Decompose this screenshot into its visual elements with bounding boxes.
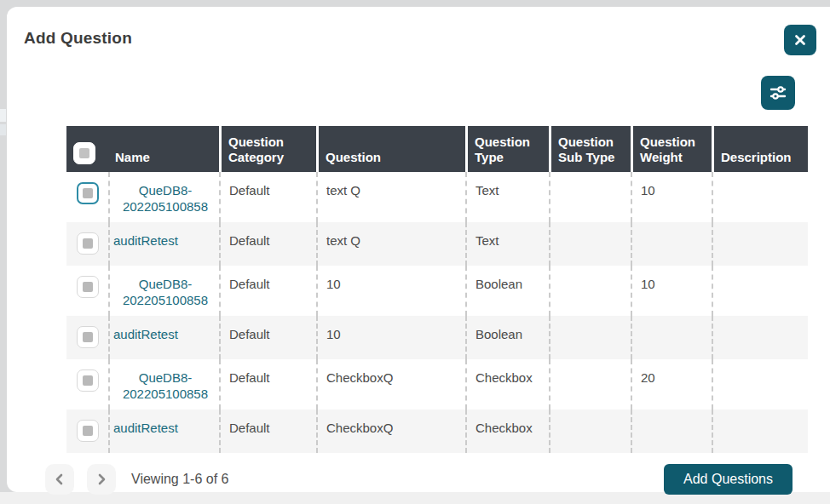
checkbox-indeterminate-mark xyxy=(83,188,93,198)
table-row: auditRetest Default text Q Text xyxy=(66,222,808,266)
cell-question-sub-type xyxy=(549,266,631,316)
cell-question: 10 xyxy=(316,266,465,316)
cell-question: CheckboxQ xyxy=(316,359,465,410)
questions-table: NameQuestion CategoryQuestionQuestion Ty… xyxy=(66,126,808,453)
checkbox-indeterminate-mark xyxy=(83,426,93,436)
checkbox-indeterminate-mark xyxy=(79,148,89,158)
cell-question: CheckboxQ xyxy=(316,410,465,453)
column-header-name: Name xyxy=(108,126,219,172)
column-header-question-category: Question Category xyxy=(219,126,316,172)
checkbox-indeterminate-mark xyxy=(83,332,93,342)
cell-description xyxy=(712,410,808,453)
pagination-next-button[interactable] xyxy=(87,464,116,495)
row-checkbox-cell xyxy=(66,266,108,316)
question-name-link[interactable]: auditRetest xyxy=(113,232,178,249)
pagination-prev-button[interactable] xyxy=(45,464,74,495)
column-header-label: Question Type xyxy=(475,135,544,165)
cell-name: auditRetest xyxy=(108,316,219,359)
row-checkbox-cell xyxy=(66,359,108,410)
row-checkbox-cell xyxy=(66,316,108,359)
chevron-right-icon xyxy=(93,471,110,488)
header-checkbox-cell xyxy=(66,126,108,172)
cell-question-weight: 20 xyxy=(631,359,712,410)
cell-question-sub-type xyxy=(549,316,631,359)
cell-question-category: Default xyxy=(219,410,316,453)
cell-question-category: Default xyxy=(219,359,316,410)
cell-question-type: Text xyxy=(465,222,549,266)
question-name-link[interactable]: QueDB8-202205100858 xyxy=(113,276,217,308)
row-checkbox[interactable] xyxy=(77,326,99,348)
cell-question-weight xyxy=(631,410,712,453)
row-checkbox[interactable] xyxy=(77,369,99,392)
table-row: auditRetest Default 10 Boolean xyxy=(66,316,808,359)
cell-question-sub-type xyxy=(549,222,631,266)
cell-name: QueDB8-202205100858 xyxy=(108,266,219,316)
row-checkbox-cell xyxy=(66,410,108,453)
page-backdrop-block xyxy=(0,109,6,122)
cell-question-weight xyxy=(631,316,712,359)
cell-description xyxy=(712,359,808,410)
question-name-link[interactable]: auditRetest xyxy=(113,326,178,342)
checkbox-indeterminate-mark xyxy=(83,282,93,292)
column-header-label: Question Category xyxy=(228,135,311,165)
cell-question-category: Default xyxy=(219,172,316,222)
cell-question: text Q xyxy=(316,172,465,222)
modal-footer: Viewing 1-6 of 6 Add Questions xyxy=(45,464,793,495)
cell-question-type: Text xyxy=(465,172,549,222)
cell-description xyxy=(712,316,808,359)
checkbox-indeterminate-mark xyxy=(83,238,93,249)
cell-question: 10 xyxy=(316,316,465,359)
column-header-label: Name xyxy=(115,150,150,165)
row-checkbox[interactable] xyxy=(77,182,99,204)
cell-name: auditRetest xyxy=(108,222,219,266)
chevron-left-icon xyxy=(51,471,68,488)
cell-question-category: Default xyxy=(219,222,316,266)
row-checkbox[interactable] xyxy=(77,232,99,255)
table-row: QueDB8-202205100858 Default 10 Boolean 1… xyxy=(66,266,808,316)
modal-title: Add Question xyxy=(24,29,132,48)
column-header-label: Question Sub Type xyxy=(558,135,625,165)
cell-name: QueDB8-202205100858 xyxy=(108,359,219,410)
cell-question-category: Default xyxy=(219,316,316,359)
table-row: QueDB8-202205100858 Default text Q Text … xyxy=(66,172,808,222)
cell-question-type: Boolean xyxy=(465,266,549,316)
row-checkbox-cell xyxy=(66,222,108,266)
cell-question-category: Default xyxy=(219,266,316,316)
cell-question-weight: 10 xyxy=(631,172,712,222)
table-row: QueDB8-202205100858 Default CheckboxQ Ch… xyxy=(66,359,808,410)
question-name-link[interactable]: QueDB8-202205100858 xyxy=(113,182,217,215)
cell-question-weight xyxy=(631,222,712,266)
row-checkbox-cell xyxy=(66,172,108,222)
page-backdrop-block xyxy=(0,124,6,135)
cell-question-sub-type xyxy=(549,172,631,222)
row-checkbox[interactable] xyxy=(77,276,99,298)
table-body: QueDB8-202205100858 Default text Q Text … xyxy=(66,172,808,453)
cell-question-type: Checkbox xyxy=(465,410,549,453)
question-name-link[interactable]: QueDB8-202205100858 xyxy=(113,369,217,402)
viewing-status: Viewing 1-6 of 6 xyxy=(131,472,228,487)
cell-question-type: Boolean xyxy=(465,316,549,359)
column-header-question-sub-type: Question Sub Type xyxy=(549,126,631,172)
cell-description xyxy=(712,222,808,266)
column-header-description: Description xyxy=(712,126,808,172)
cell-question-sub-type xyxy=(549,410,631,453)
column-header-label: Question xyxy=(326,150,381,165)
column-header-question: Question xyxy=(316,126,465,172)
add-question-modal: Add Question NameQues xyxy=(7,7,830,492)
close-icon xyxy=(793,33,807,47)
cell-description xyxy=(712,172,808,222)
column-header-label: Description xyxy=(721,150,792,165)
column-header-label: Question Weight xyxy=(640,135,706,165)
cell-question: text Q xyxy=(316,222,465,266)
cell-name: QueDB8-202205100858 xyxy=(108,172,219,222)
column-header-question-weight: Question Weight xyxy=(631,126,712,172)
filter-sliders-icon xyxy=(768,83,788,102)
question-name-link[interactable]: auditRetest xyxy=(113,420,178,436)
row-checkbox[interactable] xyxy=(77,420,99,442)
checkbox-indeterminate-mark xyxy=(83,375,93,386)
table-header-row: NameQuestion CategoryQuestionQuestion Ty… xyxy=(66,126,808,172)
select-all-checkbox[interactable] xyxy=(73,142,95,164)
close-button[interactable] xyxy=(784,25,816,55)
filter-button[interactable] xyxy=(761,76,795,110)
add-questions-button[interactable]: Add Questions xyxy=(664,464,793,495)
